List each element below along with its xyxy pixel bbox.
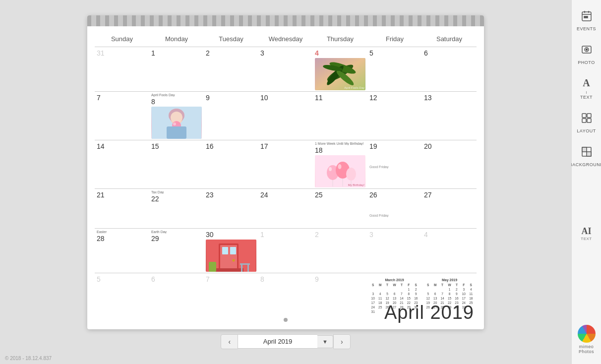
ai-text-label: AI [581,226,591,237]
cell-9-next[interactable]: 9 [313,273,367,316]
cell-1[interactable]: 1 [149,47,204,91]
cell-24[interactable]: 24 [258,188,313,228]
mini-cal-may-row3: 12131415161718 [424,296,475,301]
svg-point-20 [329,167,332,171]
cell-5[interactable]: 5 [367,47,422,91]
cell-14[interactable]: 14 [95,140,149,188]
cell-31-prev[interactable]: 31 [95,47,149,91]
month-label: April 2019 [384,302,474,323]
svg-rect-47 [582,147,587,152]
cell-7[interactable]: 7 [95,91,149,140]
cell-25[interactable]: 25 [313,188,367,228]
header-sunday: Sunday [95,31,149,46]
cell-13[interactable]: 13 [422,91,477,140]
header-thursday: Thursday [313,31,367,46]
cell-3-next[interactable]: 3 [367,228,422,273]
sidebar-item-events[interactable]: EVENTS [572,5,601,36]
mini-cal-march-row2: 3456789 [369,292,420,296]
cell-8[interactable]: April Fools Day 8 [149,91,204,140]
cell-18[interactable]: 1 More Week Until My Birthday! 18 [313,140,367,188]
header-saturday: Saturday [422,31,477,46]
cell-9[interactable]: 9 [204,91,258,140]
mini-cal-march-row1: 12 [369,287,420,292]
svg-point-11 [173,122,176,125]
cell-12[interactable]: 12 [367,91,422,140]
calendar-body: Sunday Monday Tuesday Wednesday Thursday… [87,26,484,329]
mini-cal-march-row3: 10111213141516 [369,296,420,301]
sidebar-item-photo[interactable]: PHOTO [572,39,601,70]
cell-2-next[interactable]: 2 [313,228,367,273]
mini-cal-may-row2: 567891011 [424,292,475,296]
mini-cal-march-header: SMTWTFS [369,283,420,287]
svg-rect-28 [214,268,243,272]
header-monday: Monday [149,31,204,46]
day-headers: Sunday Monday Tuesday Wednesday Thursday… [95,31,477,46]
cell-22[interactable]: Tax Day 22 [149,188,204,228]
cell-30[interactable]: 30 [204,228,258,273]
prev-button[interactable]: ‹ [221,334,238,349]
cell-8-next[interactable]: 8 [258,273,313,316]
cell-1-next[interactable]: 1 [258,228,313,273]
cell-29[interactable]: Earth Day 29 [149,228,204,273]
right-sidebar: EVENTS PHOTO A I TEXT LAYOUT [571,0,601,364]
svg-rect-29 [209,262,216,272]
cell-21[interactable]: 21 [95,188,149,228]
cell-10[interactable]: 10 [258,91,313,140]
svg-point-27 [233,259,235,261]
mini-cal-may-row1: 1234 [424,287,475,292]
cell-4[interactable]: 4 [313,47,367,91]
cell-16[interactable]: 16 [204,140,258,188]
svg-rect-37 [584,16,586,18]
cell-19[interactable]: 19 Good Friday [367,140,422,188]
footer-copyright: © 2018 - 18.12.4.837 [5,356,52,361]
cell-3[interactable]: 3 [258,47,313,91]
sidebar-item-layout[interactable]: LAYOUT [572,107,601,138]
text-icon-i: I [586,90,587,95]
cell-6[interactable]: 6 [422,47,477,91]
mini-cal-may-header: SMTWTFS [424,283,475,287]
cell-4-next[interactable]: 4 [422,228,477,273]
cell-27[interactable]: 27 [422,188,477,228]
mimeo-logo-subtext: Photos [579,349,594,354]
mini-cal-march-title: March 2019 [369,278,420,282]
cell-20[interactable]: 20 [422,140,477,188]
ai-text-sublabel: TEXT [581,237,592,241]
cell-11[interactable]: 11 [313,91,367,140]
svg-rect-48 [587,152,591,156]
svg-rect-26 [230,247,236,254]
photo-icon [581,44,593,59]
cell-23[interactable]: 23 [204,188,258,228]
cell-5-next[interactable]: 5 [95,273,149,316]
svg-rect-43 [587,114,591,118]
svg-rect-30 [240,263,250,265]
month-dropdown-button[interactable]: ▼ [317,335,333,348]
svg-rect-45 [587,119,591,122]
cell-7-next[interactable]: 7 [204,273,258,316]
mimeo-logo-text: mimeo [579,344,594,349]
cell-15[interactable]: 15 [149,140,204,188]
mimeo-logo-icon [578,325,596,343]
events-icon [581,10,593,25]
cell-4-image: April Fools Day [315,58,365,90]
cell-2[interactable]: 2 [204,47,258,91]
mimeo-logo: mimeo Photos [578,325,596,354]
cell-30-image [206,240,256,272]
cell-18-image: My Birthday! [315,155,365,187]
background-icon [581,146,593,161]
svg-rect-25 [222,247,228,254]
calendar-container: Sunday Monday Tuesday Wednesday Thursday… [87,15,484,329]
calendar-grid: 31 1 2 3 4 [95,47,477,316]
svg-rect-44 [582,119,586,122]
cell-28[interactable]: Easter 28 [95,228,149,273]
cell-26[interactable]: 26 Good Friday [367,188,422,228]
cell-6-next[interactable]: 6 [149,273,204,316]
background-label: BACKGROUND [569,162,601,167]
svg-rect-31 [241,265,242,272]
next-button[interactable]: › [333,334,351,349]
page-dot [284,318,288,322]
cell-17[interactable]: 17 [258,140,313,188]
mini-cal-may-title: May 2019 [424,278,475,282]
layout-icon [581,112,593,127]
sidebar-item-background[interactable]: BACKGROUND [572,141,601,172]
sidebar-item-text[interactable]: A I TEXT [572,72,601,105]
